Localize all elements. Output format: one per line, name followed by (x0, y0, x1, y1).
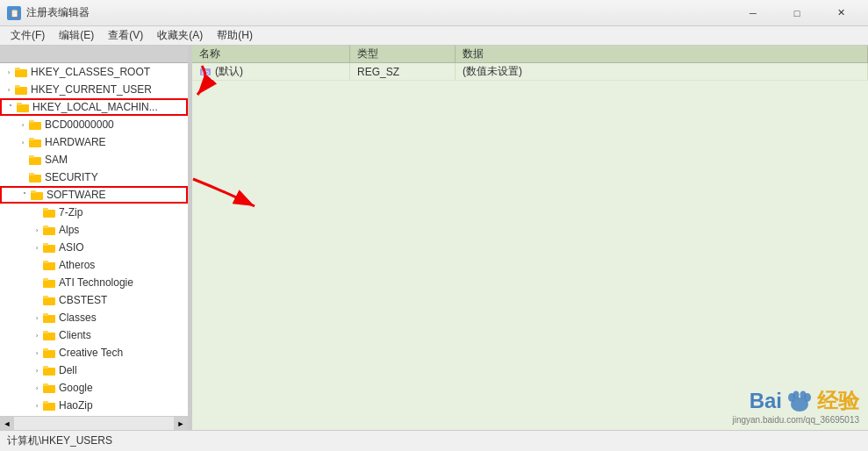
arrow-icon-classes-root: › (4, 67, 14, 77)
tree-item-classes-root[interactable]: › HKEY_CLASSES_ROOT (0, 63, 188, 81)
main-area: › HKEY_CLASSES_ROOT › HKEY_CURRENT_USER (0, 46, 868, 430)
svg-rect-32 (43, 350, 55, 358)
label-local-machine: HKEY_LOCAL_MACHIN... (32, 101, 158, 113)
label-alps: Alps (59, 224, 79, 236)
tree-item-7zip[interactable]: 7-Zip (0, 204, 188, 221)
svg-rect-30 (43, 333, 55, 340)
tree-item-dell[interactable]: › Dell (0, 362, 188, 379)
label-clients: Clients (59, 329, 91, 341)
label-google: Google (59, 382, 93, 394)
label-current-user: HKEY_CURRENT_USER (31, 83, 152, 96)
right-panel: 名称 类型 数据 ab (默认) REG_SZ (数值未设置) (192, 46, 868, 430)
label-classes: Classes (59, 311, 97, 324)
folder-icon-ati (42, 276, 56, 289)
tree-header (0, 46, 188, 63)
arrow-icon-dell: › (32, 365, 42, 376)
scroll-right-btn[interactable]: ► (174, 417, 188, 431)
close-button[interactable]: ✕ (821, 0, 861, 26)
folder-icon-atheros (42, 259, 56, 271)
folder-icon-alps (42, 224, 56, 236)
svg-rect-0 (15, 69, 27, 77)
svg-rect-37 (43, 383, 48, 386)
tree-item-sam[interactable]: SAM (0, 151, 188, 168)
menu-help[interactable]: 帮助(H) (210, 26, 260, 45)
svg-rect-34 (43, 368, 55, 376)
svg-rect-12 (29, 175, 41, 183)
cell-data-default: (数值未设置) (456, 63, 868, 80)
scroll-left-btn[interactable]: ◄ (0, 417, 14, 431)
watermark-suffix: 经验 (817, 387, 859, 415)
tree-item-google[interactable]: › Google (0, 379, 188, 397)
watermark-url: jingyan.baidu.com/qq_36695013 (732, 415, 859, 425)
svg-rect-9 (29, 138, 34, 140)
arrow-icon-ati (32, 277, 42, 288)
label-software: SOFTWARE (47, 189, 106, 201)
menu-view[interactable]: 查看(V) (101, 26, 150, 45)
arrow-icon-creative-tech: › (32, 347, 42, 358)
label-dell: Dell (59, 364, 77, 376)
folder-icon-hardware (28, 136, 42, 148)
folder-icon-software (30, 189, 44, 201)
registry-row-default[interactable]: ab (默认) REG_SZ (数值未设置) (192, 63, 868, 81)
svg-rect-28 (43, 315, 55, 323)
svg-rect-10 (29, 157, 41, 165)
tree-item-current-user[interactable]: › HKEY_CURRENT_USER (0, 81, 188, 98)
tree-item-clients[interactable]: › Clients (0, 326, 188, 344)
label-security: SECURITY (45, 171, 98, 183)
svg-rect-23 (43, 261, 48, 263)
cell-type-default: REG_SZ (350, 63, 456, 80)
minimize-button[interactable]: ─ (733, 0, 773, 26)
menu-favorites[interactable]: 收藏夹(A) (150, 26, 210, 45)
tree-item-local-machine[interactable]: ˅ HKEY_LOCAL_MACHIN... (0, 98, 188, 116)
svg-rect-4 (17, 104, 29, 112)
tree-item-alps[interactable]: › Alps (0, 221, 188, 239)
folder-icon-clients (42, 329, 56, 341)
status-bar: 计算机\HKEY_USERS (0, 430, 868, 451)
folder-icon-sam (28, 154, 42, 166)
tree-item-classes[interactable]: › Classes (0, 309, 188, 326)
svg-rect-7 (29, 120, 34, 123)
svg-rect-31 (43, 331, 48, 333)
arrow-icon-security (18, 172, 28, 183)
tree-item-ati[interactable]: ATI Technologie (0, 274, 188, 291)
label-7zip: 7-Zip (59, 206, 82, 218)
svg-rect-11 (29, 155, 34, 158)
watermark-logo: Bai (750, 389, 782, 413)
tree-items[interactable]: › HKEY_CLASSES_ROOT › HKEY_CURRENT_USER (0, 63, 188, 430)
label-ati: ATI Technologie (59, 276, 133, 289)
window-title: 注册表编辑器 (26, 5, 90, 20)
svg-rect-3 (15, 85, 20, 88)
menu-file[interactable]: 文件(F) (4, 26, 52, 45)
arrow-icon-clients: › (32, 330, 42, 340)
label-creative-tech: Creative Tech (59, 347, 123, 359)
folder-icon-dell (42, 364, 56, 376)
svg-rect-13 (29, 173, 34, 175)
tree-panel: › HKEY_CLASSES_ROOT › HKEY_CURRENT_USER (0, 46, 189, 430)
arrow-icon-cbstest (32, 295, 42, 305)
tree-item-bcd[interactable]: › BCD00000000 (0, 116, 188, 133)
label-asio: ASIO (59, 241, 84, 254)
tree-item-atheros[interactable]: Atheros (0, 256, 188, 274)
app-icon: 📋 (7, 6, 21, 20)
col-header-data: 数据 (456, 46, 868, 62)
arrow-icon-local-machine: ˅ (5, 102, 16, 112)
label-sam: SAM (45, 154, 68, 166)
status-text: 计算机\HKEY_USERS (7, 433, 112, 448)
svg-rect-38 (43, 403, 55, 411)
label-bcd: BCD00000000 (45, 118, 114, 131)
svg-rect-19 (43, 226, 48, 228)
maximize-button[interactable]: □ (777, 0, 817, 26)
tree-item-creative-tech[interactable]: › Creative Tech (0, 344, 188, 362)
baidu-paw-icon (786, 387, 814, 415)
tree-item-security[interactable]: SECURITY (0, 168, 188, 186)
tree-item-haozip[interactable]: › HaoZip (0, 397, 188, 414)
folder-icon-classes-root (14, 66, 28, 78)
tree-item-cbstest[interactable]: CBSTEST (0, 291, 188, 309)
tree-item-software[interactable]: ˅ SOFTWARE (0, 186, 188, 204)
tree-item-hardware[interactable]: › HARDWARE (0, 133, 188, 151)
svg-rect-25 (43, 278, 48, 281)
watermark: Bai 经验 jingyan.baidu.com/qq_36695013 (732, 387, 859, 425)
menu-edit[interactable]: 编辑(E) (52, 26, 101, 45)
tree-item-asio[interactable]: › ASIO (0, 239, 188, 256)
svg-rect-5 (17, 103, 22, 105)
